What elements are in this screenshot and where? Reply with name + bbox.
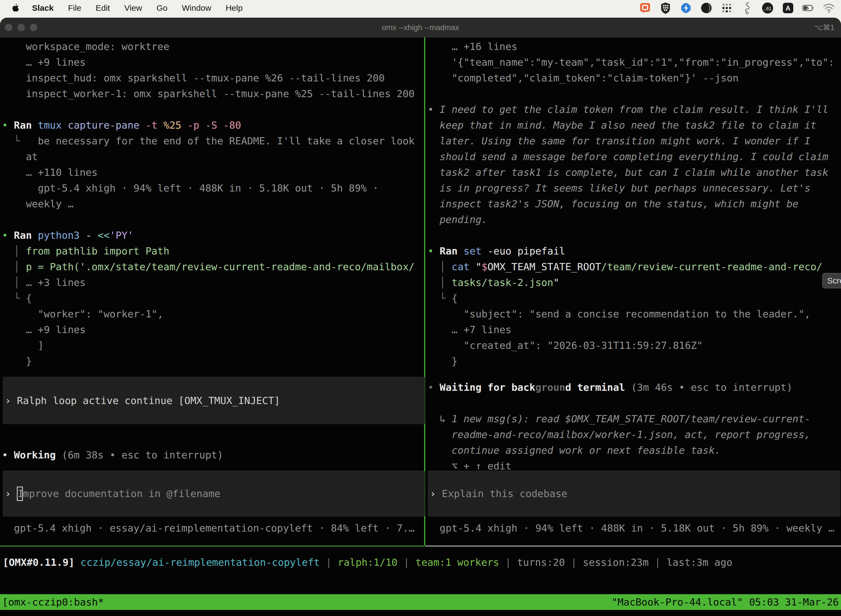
terminal-line: weekly …	[2, 196, 422, 212]
menu-item-view[interactable]: View	[124, 3, 142, 13]
text-segment: [OMX#0.11.9]	[3, 557, 75, 568]
dots-grid-icon[interactable]	[721, 2, 733, 14]
battery-icon[interactable]	[802, 2, 815, 14]
text-segment: /team/review-current-readme-and-reco/	[601, 261, 822, 273]
text-segment: task2 after task1 is complete, but can I…	[428, 167, 828, 178]
terminal-line: gpt-5.4 xhigh · essay/ai-reimplementatio…	[2, 520, 422, 536]
text-segment: │	[428, 277, 452, 288]
terminal-line: gpt-5.4 xhigh · 94% left · 488K in · 5.1…	[2, 180, 422, 196]
squiggle-icon[interactable]	[741, 2, 753, 14]
menu-item-window[interactable]: Window	[182, 3, 211, 13]
text-segment: session:23m	[583, 557, 648, 568]
text-segment: |	[565, 557, 583, 568]
terminal-line: › Ralph loop active continue [OMX_TMUX_I…	[5, 393, 280, 408]
text-segment: keep that in mind. Maybe I also need the…	[428, 119, 816, 131]
tmux-status-bar[interactable]: [omx-cczip0:bash* "MacBook-Pro-44.local"…	[0, 594, 841, 610]
terminal-line	[2, 212, 422, 227]
tmux-host-clock: "MacBook-Pro-44.local" 05:03 31-Mar-26	[611, 594, 839, 610]
terminal-line: is in progress? It seems likely but perh…	[428, 180, 840, 196]
text-segment: Waiting for back	[440, 382, 535, 393]
left-prompt-input[interactable]: › Improve documentation in @filename	[3, 471, 425, 517]
text-segment: pending.	[428, 214, 488, 225]
terminal-window: omx --xhigh --madmax ⌥⌘1 workspace_mode:…	[0, 18, 841, 616]
shield-grid-icon[interactable]	[659, 2, 672, 14]
text-segment: |	[398, 557, 416, 568]
text-segment: ralph:1/10	[338, 557, 398, 568]
text-segment: ]	[2, 340, 44, 351]
menu-item-edit[interactable]: Edit	[96, 3, 110, 13]
text-segment: is in progress? It seems likely but perh…	[428, 182, 810, 194]
input-placeholder: Explain this codebase	[442, 486, 567, 502]
text-segment: •	[428, 104, 440, 115]
notification-app-icon[interactable]	[639, 2, 651, 14]
text-segment: weekly …	[2, 198, 74, 210]
terminal-line: │ cat "$OMX_TEAM_STATE_ROOT/team/review-…	[428, 259, 840, 274]
blue-bolt-icon[interactable]	[680, 2, 692, 14]
text-segment	[32, 230, 38, 241]
terminal-line: │ from pathlib import Path	[2, 243, 422, 259]
text-segment: tasks/task-2.json	[452, 277, 553, 288]
tmux-session-name: [omx-cczip0:bash*	[2, 594, 104, 610]
text-segment: … +16 lines	[428, 41, 517, 52]
terminal-line: │ … +3 lines	[2, 274, 422, 290]
text-segment: d terminal	[566, 382, 625, 393]
text-segment: I need to get the claim token from the c…	[440, 104, 828, 115]
terminal-line	[2, 101, 422, 117]
terminal-cursor: I	[17, 487, 23, 501]
text-segment: }	[428, 355, 457, 367]
text-segment: -	[80, 230, 98, 241]
text-segment: inspect_hud: omx sparkshell --tmux-pane …	[2, 72, 385, 84]
waiting-status-block: • Waiting for background terminal (3m 46…	[428, 380, 840, 474]
terminal-line: continue assigned work or next feasible …	[428, 442, 840, 458]
text-segment: "worker": "worker-1",	[2, 308, 163, 320]
terminal-line: … +9 lines	[2, 322, 422, 337]
text-segment: {	[452, 293, 458, 304]
input-placeholder: mprove documentation in @filename	[23, 486, 220, 502]
input-source-a-icon[interactable]: A	[782, 2, 794, 14]
screen-notification-popup[interactable]: Scre	[822, 273, 841, 288]
omx-session-status-line: [OMX#0.11.9] cczip/essay/ai-reimplementa…	[3, 554, 839, 570]
text-segment: └	[428, 293, 452, 304]
text-segment: later. Using the same for transition mig…	[428, 135, 810, 147]
text-segment: Working	[14, 449, 56, 461]
text-segment: │	[428, 261, 452, 273]
terminal-line: [OMX#0.11.9] cczip/essay/ai-reimplementa…	[3, 554, 839, 570]
terminal-line: │ tasks/task-2.json"	[428, 274, 840, 290]
menu-item-go[interactable]: Go	[157, 3, 167, 13]
menu-item-file[interactable]: File	[68, 3, 81, 13]
text-segment: cczip/essay/ai-reimplementation-copyleft	[81, 557, 320, 568]
window-shortcut: ⌥⌘1	[814, 18, 834, 37]
text-segment: -t	[140, 119, 158, 131]
terminal-line: workspace_mode: worktree	[2, 39, 422, 54]
text-segment: last:3m ago	[667, 557, 732, 568]
text-segment: ⌥ + ↑ edit	[428, 461, 511, 472]
window-title-bar: omx --xhigh --madmax ⌥⌘1	[0, 18, 841, 38]
text-segment: gpt-5.4 xhigh · essay/ai-reimplementatio…	[2, 522, 415, 534]
terminal-line: ]	[2, 337, 422, 353]
text-segment: "	[470, 261, 482, 273]
ralph-loop-message-box: › Ralph loop active continue [OMX_TMUX_I…	[3, 377, 425, 424]
pane-divider[interactable]	[424, 37, 425, 546]
text-segment: |	[649, 557, 667, 568]
right-prompt-input[interactable]: › Explain this codebase	[428, 471, 841, 517]
terminal-line	[428, 227, 840, 243]
text-segment: gpt-5.4 xhigh · 94% left · 488K in · 5.1…	[428, 522, 834, 534]
text-segment: tmux	[38, 119, 62, 131]
text-segment: 'PY'	[110, 230, 133, 241]
text-segment: (3m 46s • esc to interrupt)	[625, 382, 793, 393]
menu-item-help[interactable]: Help	[226, 3, 243, 13]
badge-61-icon[interactable]: ..61	[762, 2, 774, 14]
wifi-icon[interactable]	[823, 2, 835, 14]
text-segment: $	[482, 261, 488, 273]
terminal-line: at	[2, 149, 422, 164]
text-segment: gpt-5.4 xhigh · 94% left · 488K in · 5.1…	[2, 182, 378, 194]
crescent-icon[interactable]	[700, 2, 712, 14]
menu-app-name[interactable]: Slack	[32, 3, 54, 13]
right-pane-status-line: gpt-5.4 xhigh · 94% left · 488K in · 5.1…	[428, 520, 840, 536]
terminal-line: inspect_worker-1: omx sparkshell --tmux-…	[2, 86, 422, 101]
terminal-line: inspect_hud: omx sparkshell --tmux-pane …	[2, 70, 422, 86]
text-segment: inspect_worker-1: omx sparkshell --tmux-…	[2, 88, 415, 99]
apple-menu-icon[interactable]	[12, 3, 19, 13]
prompt-chevron: ›	[5, 486, 17, 502]
text-segment: (6m 38s • esc to interrupt)	[56, 449, 223, 461]
